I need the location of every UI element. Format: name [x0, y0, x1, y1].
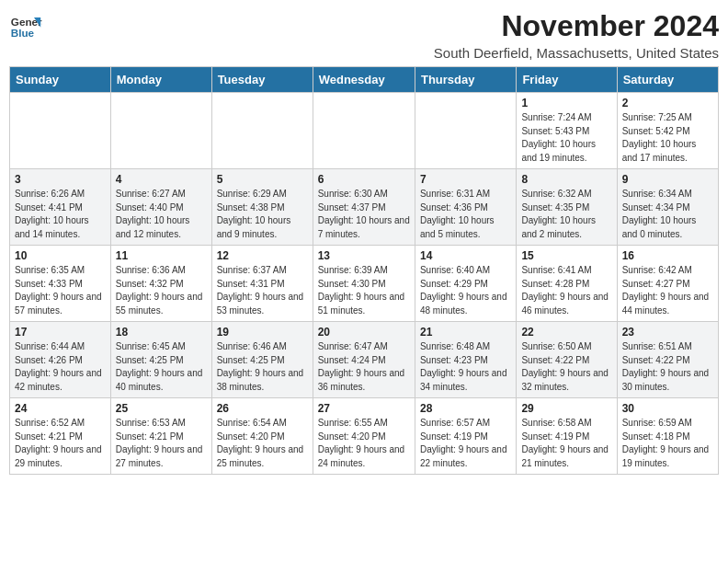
- calendar-cell: 15Sunrise: 6:41 AM Sunset: 4:28 PM Dayli…: [517, 246, 617, 322]
- day-number: 5: [217, 173, 308, 186]
- day-detail: Sunrise: 6:54 AM Sunset: 4:20 PM Dayligh…: [217, 417, 308, 470]
- calendar-cell: 10Sunrise: 6:35 AM Sunset: 4:33 PM Dayli…: [10, 246, 111, 322]
- day-detail: Sunrise: 6:27 AM Sunset: 4:40 PM Dayligh…: [116, 188, 207, 241]
- calendar-cell: 11Sunrise: 6:36 AM Sunset: 4:32 PM Dayli…: [110, 246, 211, 322]
- calendar-cell: 28Sunrise: 6:57 AM Sunset: 4:19 PM Dayli…: [415, 398, 516, 475]
- calendar-cell: 4Sunrise: 6:27 AM Sunset: 4:40 PM Daylig…: [110, 169, 211, 246]
- calendar-cell: 21Sunrise: 6:48 AM Sunset: 4:23 PM Dayli…: [415, 322, 516, 398]
- day-number: 24: [15, 402, 106, 415]
- day-number: 25: [116, 402, 207, 415]
- calendar-cell: [110, 93, 211, 169]
- calendar-week-row: 3Sunrise: 6:26 AM Sunset: 4:41 PM Daylig…: [10, 169, 719, 246]
- calendar-cell: 18Sunrise: 6:45 AM Sunset: 4:25 PM Dayli…: [110, 322, 211, 398]
- day-of-week-header: Sunday: [10, 67, 111, 93]
- day-detail: Sunrise: 6:58 AM Sunset: 4:19 PM Dayligh…: [521, 417, 611, 470]
- day-number: 8: [521, 173, 611, 186]
- day-of-week-header: Saturday: [617, 67, 718, 93]
- day-detail: Sunrise: 6:29 AM Sunset: 4:38 PM Dayligh…: [217, 188, 308, 241]
- day-number: 4: [116, 173, 207, 186]
- day-detail: Sunrise: 6:39 AM Sunset: 4:30 PM Dayligh…: [318, 264, 410, 317]
- day-detail: Sunrise: 6:59 AM Sunset: 4:18 PM Dayligh…: [622, 417, 713, 470]
- page-header: General Blue November 2024 South Deerfie…: [9, 9, 719, 61]
- day-number: 3: [15, 173, 106, 186]
- calendar-cell: 20Sunrise: 6:47 AM Sunset: 4:24 PM Dayli…: [313, 322, 415, 398]
- calendar-cell: 12Sunrise: 6:37 AM Sunset: 4:31 PM Dayli…: [211, 246, 313, 322]
- calendar-cell: 14Sunrise: 6:40 AM Sunset: 4:29 PM Dayli…: [415, 246, 516, 322]
- calendar-cell: [211, 93, 313, 169]
- calendar-cell: 22Sunrise: 6:50 AM Sunset: 4:22 PM Dayli…: [517, 322, 617, 398]
- day-of-week-header: Tuesday: [211, 67, 313, 93]
- calendar-week-row: 10Sunrise: 6:35 AM Sunset: 4:33 PM Dayli…: [10, 246, 719, 322]
- calendar-cell: [10, 93, 111, 169]
- day-number: 20: [318, 326, 410, 339]
- day-number: 18: [116, 326, 207, 339]
- day-number: 1: [521, 97, 611, 109]
- calendar-cell: 19Sunrise: 6:46 AM Sunset: 4:25 PM Dayli…: [211, 322, 313, 398]
- day-detail: Sunrise: 6:45 AM Sunset: 4:25 PM Dayligh…: [116, 340, 207, 394]
- month-title: November 2024: [434, 9, 719, 43]
- day-number: 22: [521, 326, 611, 339]
- day-number: 15: [521, 249, 611, 262]
- day-detail: Sunrise: 6:34 AM Sunset: 4:34 PM Dayligh…: [622, 188, 713, 241]
- day-number: 29: [521, 402, 611, 415]
- calendar-cell: [415, 93, 516, 169]
- day-detail: Sunrise: 6:48 AM Sunset: 4:23 PM Dayligh…: [420, 340, 511, 394]
- day-of-week-header: Friday: [517, 67, 617, 93]
- day-number: 12: [217, 249, 308, 262]
- day-detail: Sunrise: 7:24 AM Sunset: 5:43 PM Dayligh…: [521, 111, 611, 165]
- calendar-cell: 3Sunrise: 6:26 AM Sunset: 4:41 PM Daylig…: [10, 169, 111, 246]
- day-number: 13: [318, 249, 410, 262]
- calendar-cell: 23Sunrise: 6:51 AM Sunset: 4:22 PM Dayli…: [617, 322, 718, 398]
- day-number: 23: [622, 326, 713, 339]
- day-number: 7: [420, 173, 511, 186]
- day-number: 30: [622, 402, 713, 415]
- day-number: 16: [622, 249, 713, 262]
- calendar-cell: 13Sunrise: 6:39 AM Sunset: 4:30 PM Dayli…: [313, 246, 415, 322]
- day-detail: Sunrise: 6:40 AM Sunset: 4:29 PM Dayligh…: [420, 264, 511, 317]
- calendar-body: 1Sunrise: 7:24 AM Sunset: 5:43 PM Daylig…: [10, 93, 719, 475]
- calendar-cell: 2Sunrise: 7:25 AM Sunset: 5:42 PM Daylig…: [617, 93, 718, 169]
- calendar-cell: 26Sunrise: 6:54 AM Sunset: 4:20 PM Dayli…: [211, 398, 313, 475]
- calendar-week-row: 1Sunrise: 7:24 AM Sunset: 5:43 PM Daylig…: [10, 93, 719, 169]
- day-number: 6: [318, 173, 410, 186]
- day-number: 11: [116, 249, 207, 262]
- day-number: 9: [622, 173, 713, 186]
- day-detail: Sunrise: 6:51 AM Sunset: 4:22 PM Dayligh…: [622, 340, 713, 394]
- logo-icon: General Blue: [9, 9, 42, 42]
- svg-text:Blue: Blue: [11, 27, 35, 39]
- day-detail: Sunrise: 6:41 AM Sunset: 4:28 PM Dayligh…: [521, 264, 611, 317]
- day-number: 21: [420, 326, 511, 339]
- title-area: November 2024 South Deerfield, Massachus…: [434, 9, 719, 61]
- calendar-cell: 29Sunrise: 6:58 AM Sunset: 4:19 PM Dayli…: [517, 398, 617, 475]
- calendar-cell: 7Sunrise: 6:31 AM Sunset: 4:36 PM Daylig…: [415, 169, 516, 246]
- day-of-week-header: Monday: [110, 67, 211, 93]
- day-detail: Sunrise: 6:37 AM Sunset: 4:31 PM Dayligh…: [217, 264, 308, 317]
- day-detail: Sunrise: 6:52 AM Sunset: 4:21 PM Dayligh…: [15, 417, 106, 470]
- day-detail: Sunrise: 6:36 AM Sunset: 4:32 PM Dayligh…: [116, 264, 207, 317]
- calendar-cell: 24Sunrise: 6:52 AM Sunset: 4:21 PM Dayli…: [10, 398, 111, 475]
- day-number: 10: [15, 249, 106, 262]
- day-detail: Sunrise: 6:31 AM Sunset: 4:36 PM Dayligh…: [420, 188, 511, 241]
- day-detail: Sunrise: 6:50 AM Sunset: 4:22 PM Dayligh…: [521, 340, 611, 394]
- calendar-cell: 6Sunrise: 6:30 AM Sunset: 4:37 PM Daylig…: [313, 169, 415, 246]
- calendar-cell: 8Sunrise: 6:32 AM Sunset: 4:35 PM Daylig…: [517, 169, 617, 246]
- day-detail: Sunrise: 6:30 AM Sunset: 4:37 PM Dayligh…: [318, 188, 410, 241]
- day-number: 27: [318, 402, 410, 415]
- calendar-cell: 27Sunrise: 6:55 AM Sunset: 4:20 PM Dayli…: [313, 398, 415, 475]
- day-of-week-header: Wednesday: [313, 67, 415, 93]
- day-detail: Sunrise: 6:47 AM Sunset: 4:24 PM Dayligh…: [318, 340, 410, 394]
- day-number: 28: [420, 402, 511, 415]
- day-detail: Sunrise: 6:57 AM Sunset: 4:19 PM Dayligh…: [420, 417, 511, 470]
- day-number: 2: [622, 97, 713, 109]
- day-detail: Sunrise: 6:42 AM Sunset: 4:27 PM Dayligh…: [622, 264, 713, 317]
- calendar-table: SundayMondayTuesdayWednesdayThursdayFrid…: [9, 66, 719, 475]
- calendar-cell: 9Sunrise: 6:34 AM Sunset: 4:34 PM Daylig…: [617, 169, 718, 246]
- calendar-week-row: 17Sunrise: 6:44 AM Sunset: 4:26 PM Dayli…: [10, 322, 719, 398]
- day-detail: Sunrise: 7:25 AM Sunset: 5:42 PM Dayligh…: [622, 111, 713, 165]
- day-detail: Sunrise: 6:46 AM Sunset: 4:25 PM Dayligh…: [217, 340, 308, 394]
- day-detail: Sunrise: 6:53 AM Sunset: 4:21 PM Dayligh…: [116, 417, 207, 470]
- location: South Deerfield, Massachusetts, United S…: [434, 45, 719, 61]
- calendar-cell: 30Sunrise: 6:59 AM Sunset: 4:18 PM Dayli…: [617, 398, 718, 475]
- day-number: 26: [217, 402, 308, 415]
- calendar-cell: 25Sunrise: 6:53 AM Sunset: 4:21 PM Dayli…: [110, 398, 211, 475]
